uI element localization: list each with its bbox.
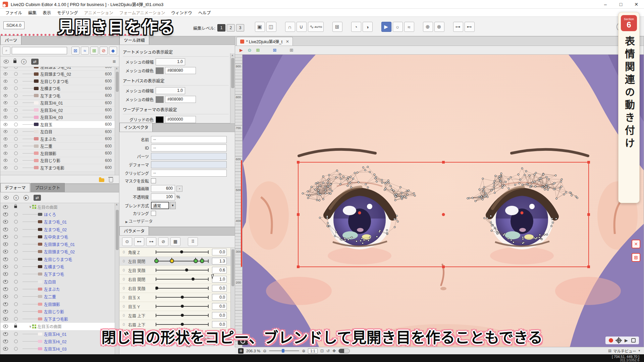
slider-thumb[interactable] (181, 296, 184, 299)
parameter-toolbar-icon[interactable]: ⊙ (122, 237, 132, 246)
deformer-list-row[interactable]: 左中央まつ毛 (0, 233, 119, 240)
swap-view-icon[interactable]: ⇄ (31, 59, 39, 65)
model-render[interactable] (243, 55, 644, 347)
clipping-field[interactable]: -- (151, 170, 227, 177)
parts-filter-icon[interactable]: ◆ (109, 47, 117, 55)
record-button[interactable] (609, 338, 613, 343)
pixel-grid-icon[interactable]: ⊞ (238, 348, 244, 354)
blend-dropdown-arrow[interactable]: ▼ (170, 202, 176, 209)
grid-color-field[interactable]: #000000 (165, 116, 196, 123)
slider-thumb[interactable] (181, 314, 184, 317)
visibility-toggle-icon[interactable] (4, 152, 8, 155)
deformer-list-row[interactable]: ∨ 左目の曲面 (0, 203, 119, 210)
edit-level-button[interactable]: 2 (227, 24, 235, 32)
toolbar-tool-button[interactable]: ◫ (266, 22, 276, 32)
mesh-grid-button[interactable]: ⊞ (632, 253, 640, 262)
play-button[interactable]: ▶ (625, 338, 628, 343)
parameter-slider[interactable] (156, 270, 209, 270)
deformer-list-row[interactable]: 左目頭まつ毛_01 (0, 240, 119, 248)
parameter-row[interactable]: 0 左目 開閉 1.3 (119, 257, 235, 266)
visibility-toggle-icon[interactable] (4, 94, 8, 97)
visibility-toggle-icon[interactable] (4, 67, 8, 68)
maximize-button[interactable]: □ (613, 0, 629, 9)
visibility-toggle-icon[interactable] (3, 310, 8, 313)
lock-toggle[interactable] (14, 302, 18, 306)
blend-dropdown[interactable]: 通常 (151, 202, 169, 209)
keyform-dot[interactable] (154, 259, 159, 263)
deformer-list-row[interactable]: 左二重 (0, 293, 119, 300)
gear-icon[interactable] (616, 338, 621, 343)
parts-list-row[interactable]: 左目頭まつ毛_02 600 (0, 71, 119, 78)
visibility-toggle-icon[interactable] (3, 250, 8, 253)
draw-order-stepper[interactable]: ▪ (176, 186, 182, 192)
toolbar-tool-button[interactable]: ≈ (404, 22, 414, 32)
parts-list-row[interactable]: 左二重 600 (0, 143, 119, 150)
name-field[interactable]: -- (151, 136, 227, 143)
visibility-toggle-icon[interactable] (4, 137, 8, 140)
deformer-list-row[interactable]: ほくろ (0, 210, 119, 218)
menu-item[interactable]: 編集 (25, 9, 39, 16)
lock-toggle[interactable] (14, 86, 18, 90)
lock-toggle[interactable] (14, 272, 18, 276)
tab-inspector[interactable]: インスペクタ (119, 123, 153, 132)
document-tab[interactable]: * Live2Djuku第4弾_t ✕ (236, 37, 293, 46)
slider-thumb[interactable] (185, 268, 188, 272)
chevron-down-icon[interactable]: ∨ (29, 325, 32, 328)
deformer-list-row[interactable]: 左横まつ毛 (0, 263, 119, 270)
parameter-value-field[interactable]: 0.6 (212, 267, 227, 274)
visibility-toggle-icon[interactable] (4, 80, 8, 83)
toolbar-tool-button[interactable]: ⊕ (423, 22, 433, 32)
canvas-tool-icon[interactable]: ▶ (238, 47, 245, 54)
parts-filter-icon[interactable]: ⊘ (100, 47, 108, 55)
lock-toggle[interactable] (14, 72, 18, 76)
lock-toggle[interactable] (14, 295, 18, 298)
toolbar-tool-button[interactable]: ○ (393, 22, 403, 32)
visibility-toggle-icon[interactable] (3, 317, 8, 321)
close-mesh-edit-button[interactable]: ✕ (632, 240, 640, 248)
visibility-toggle-icon[interactable] (4, 159, 8, 162)
parts-list-row[interactable]: 左下まつ毛 600 (0, 92, 119, 100)
parameter-row[interactable]: 0 目玉 Y 0.0 (119, 302, 235, 311)
lock-toggle[interactable] (14, 130, 18, 133)
parameter-slider[interactable] (156, 306, 209, 307)
reset-rotation-icon[interactable]: ↺ (326, 349, 330, 353)
lock-icon[interactable] (14, 325, 17, 327)
parameter-toolbar-icon[interactable]: ▦ (170, 237, 180, 246)
deformer-panel-tab[interactable]: デフォーマ (0, 183, 30, 192)
menu-item[interactable]: ヘルプ (196, 9, 214, 16)
canvas-tool-icon[interactable] (280, 47, 286, 54)
zoom-in-icon[interactable]: ⊕ (302, 349, 305, 353)
visibility-toggle-icon[interactable] (4, 87, 8, 90)
lock-toggle[interactable] (14, 280, 18, 284)
parameter-slider[interactable] (156, 297, 209, 298)
lock-toggle[interactable] (14, 108, 18, 112)
visibility-toggle-icon[interactable] (3, 287, 8, 291)
opacity-field[interactable]: 100 (151, 193, 175, 200)
parameter-value-field[interactable]: 1.3 (212, 258, 227, 264)
visibility-toggle-icon[interactable] (3, 347, 8, 351)
close-button[interactable]: ✕ (629, 0, 644, 9)
parts-list-row[interactable]: 左まぶた 600 (0, 135, 119, 143)
lock-icon[interactable] (14, 206, 17, 208)
fullscreen-icon[interactable] (631, 338, 636, 343)
lock-toggle[interactable] (14, 220, 18, 224)
parts-scrollbar[interactable] (115, 67, 119, 175)
id-field[interactable]: -- (151, 144, 227, 152)
parameter-slider[interactable] (156, 288, 209, 289)
visibility-toggle-icon[interactable] (4, 72, 8, 75)
zoom-out-icon[interactable]: ⊖ (263, 349, 266, 353)
deformer-list-row[interactable]: 左まつ毛_01 (0, 218, 119, 226)
parts-list-row[interactable]: 左下まつ毛影 600 (0, 164, 119, 172)
menu-item[interactable]: ファイル (3, 9, 25, 16)
mesh-width-field[interactable]: 1.0 (156, 58, 185, 65)
deformer-list-row[interactable]: 左まぶた (0, 285, 119, 293)
parts-list-row[interactable]: 左目頭まつ毛_01 600 (0, 67, 119, 71)
lock-toggle[interactable] (14, 67, 18, 69)
edit-level-button[interactable]: 3 (236, 24, 244, 32)
parameter-toolbar-icon[interactable]: ⊶ (146, 237, 156, 246)
tab-close-icon[interactable]: ✕ (286, 39, 289, 44)
tool-detail-scrollbar[interactable] (230, 53, 235, 134)
deformer-dropdown[interactable] (151, 161, 227, 168)
lock-toggle[interactable] (14, 213, 18, 216)
visibility-column-icon[interactable] (4, 196, 9, 199)
